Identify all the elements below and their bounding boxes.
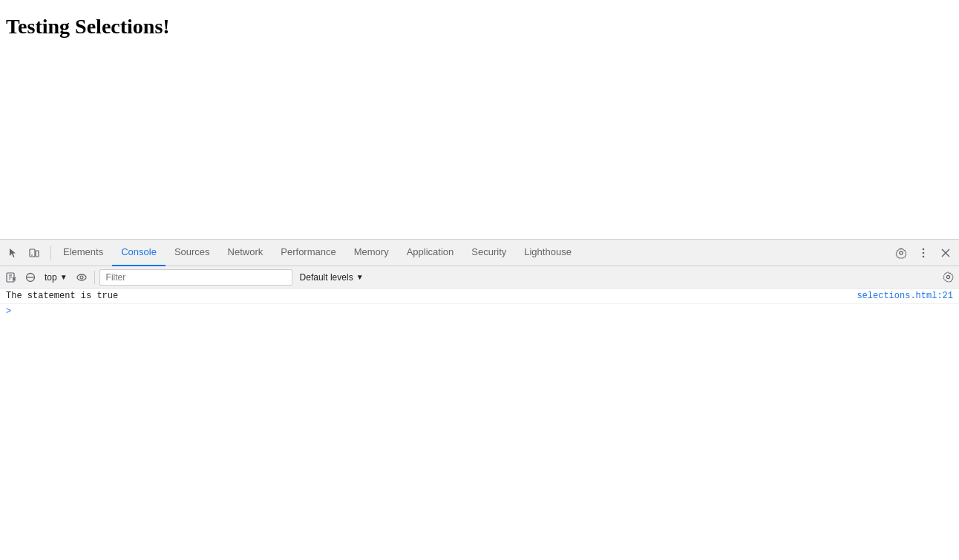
- more-options-icon[interactable]: [913, 243, 934, 263]
- tab-elements[interactable]: Elements: [54, 240, 112, 266]
- context-selector-value: top: [45, 272, 57, 283]
- console-filter-input[interactable]: [99, 269, 292, 286]
- devtools-panel: Elements Console Sources Network Perform…: [0, 239, 959, 560]
- toolbar-divider: [50, 246, 51, 260]
- console-prompt: >: [0, 304, 959, 319]
- tab-memory[interactable]: Memory: [345, 240, 398, 266]
- clear-console-icon[interactable]: [3, 269, 19, 286]
- device-toolbar-icon[interactable]: [24, 243, 45, 263]
- devtools-toolbar: Elements Console Sources Network Perform…: [0, 240, 959, 266]
- toolbar-icon-group-left: [3, 243, 45, 263]
- tab-sources[interactable]: Sources: [166, 240, 219, 266]
- console-message-source[interactable]: selections.html:21: [857, 291, 953, 301]
- devtools-settings-icon[interactable]: [891, 243, 911, 263]
- default-levels-button[interactable]: Default levels ▼: [295, 269, 368, 286]
- tab-security[interactable]: Security: [462, 240, 515, 266]
- context-selector[interactable]: top ▼: [42, 269, 71, 286]
- stop-icon[interactable]: [22, 269, 39, 286]
- console-toolbar: top ▼ Default levels ▼: [0, 266, 959, 289]
- svg-point-5: [923, 251, 925, 254]
- svg-point-18: [80, 276, 83, 279]
- default-levels-label: Default levels: [300, 272, 353, 283]
- console-output: The statement is true selections.html:21…: [0, 289, 959, 560]
- tab-lighthouse[interactable]: Lighthouse: [515, 240, 580, 266]
- tab-network[interactable]: Network: [219, 240, 272, 266]
- page-content: Testing Selections!: [0, 0, 959, 239]
- devtools-tabs: Elements Console Sources Network Perform…: [54, 240, 891, 266]
- levels-dropdown-arrow: ▼: [356, 273, 364, 281]
- svg-point-3: [900, 251, 903, 254]
- console-divider: [94, 271, 95, 284]
- console-message-text: The statement is true: [6, 291, 118, 301]
- tab-console[interactable]: Console: [112, 240, 166, 266]
- console-message: The statement is true selections.html:21: [0, 289, 959, 304]
- svg-point-6: [923, 255, 925, 257]
- svg-rect-1: [36, 251, 39, 257]
- tab-application[interactable]: Application: [398, 240, 463, 266]
- watch-expressions-icon[interactable]: [73, 269, 90, 286]
- svg-point-4: [923, 248, 925, 250]
- select-element-icon[interactable]: [3, 243, 24, 263]
- svg-point-17: [77, 274, 86, 280]
- tab-performance[interactable]: Performance: [272, 240, 344, 266]
- page-title: Testing Selections!: [6, 15, 953, 39]
- console-settings-icon[interactable]: [940, 269, 956, 286]
- close-devtools-icon[interactable]: [935, 243, 956, 263]
- console-prompt-chevron: >: [6, 306, 11, 317]
- context-dropdown-arrow: ▼: [60, 273, 68, 281]
- toolbar-right: [891, 243, 956, 263]
- svg-point-19: [946, 275, 949, 278]
